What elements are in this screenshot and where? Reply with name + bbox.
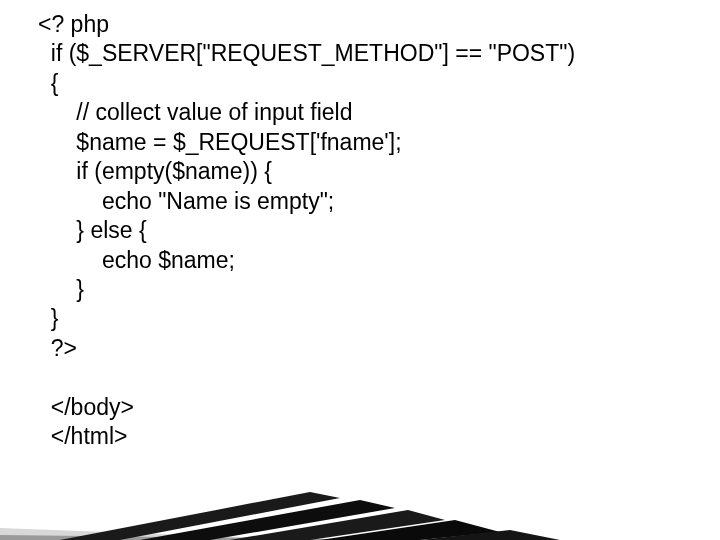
code-line: } xyxy=(38,305,58,331)
code-line: if (empty($name)) { xyxy=(38,158,272,184)
svg-marker-0 xyxy=(0,528,320,540)
svg-marker-5 xyxy=(320,520,500,540)
code-line: $name = $_REQUEST['fname']; xyxy=(38,129,402,155)
code-line: { xyxy=(38,70,58,96)
code-line: } xyxy=(38,276,84,302)
code-line: ?> xyxy=(38,335,77,361)
code-line: } else { xyxy=(38,217,147,243)
svg-marker-4 xyxy=(230,510,445,540)
svg-marker-6 xyxy=(420,530,560,540)
code-line: // collect value of input field xyxy=(38,99,353,125)
code-line: <? php xyxy=(38,11,109,37)
code-line: </html> xyxy=(38,423,127,449)
code-line: echo "Name is empty"; xyxy=(38,188,334,214)
footer-decoration xyxy=(0,480,720,540)
svg-marker-2 xyxy=(60,492,340,540)
code-line: if ($_SERVER["REQUEST_METHOD"] == "POST"… xyxy=(38,40,575,66)
php-code-block: <? php if ($_SERVER["REQUEST_METHOD"] ==… xyxy=(38,10,700,452)
code-line: </body> xyxy=(38,394,134,420)
code-line: echo $name; xyxy=(38,247,235,273)
svg-marker-3 xyxy=(140,500,395,540)
svg-marker-1 xyxy=(0,535,420,540)
